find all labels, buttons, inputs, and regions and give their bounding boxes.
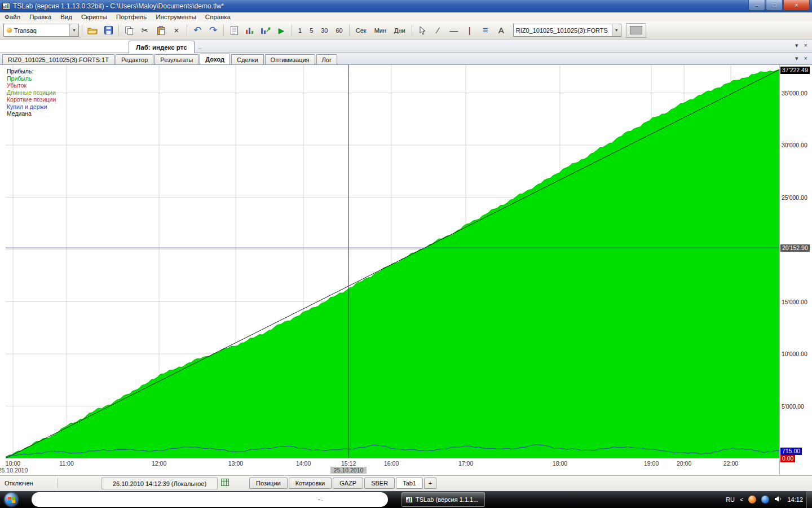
volume-icon[interactable] xyxy=(774,496,782,503)
pointer-tool-button[interactable] xyxy=(415,23,430,38)
undo-button[interactable]: ↶ xyxy=(190,23,205,38)
dropdown-icon[interactable]: ▼ xyxy=(612,24,621,36)
language-indicator[interactable]: RU xyxy=(726,496,735,503)
cut-button[interactable]: ✂ xyxy=(138,23,152,38)
equity-chart[interactable] xyxy=(6,65,779,458)
x-axis-label: 19:00 xyxy=(639,460,664,467)
vline-tool-button[interactable]: | xyxy=(462,23,477,38)
taskbar-clock[interactable]: 14:12 xyxy=(787,496,803,503)
unit-sec-button[interactable]: Сек xyxy=(352,24,370,37)
tab-data-series[interactable]: RIZ0_101025_101025(3):FORTS:1T xyxy=(2,54,114,64)
tab-trades[interactable]: Сделки xyxy=(231,54,264,64)
tab-sber[interactable]: SBER xyxy=(364,478,395,489)
minimize-button[interactable]: – xyxy=(748,0,765,11)
show-desktop-button[interactable] xyxy=(806,491,812,508)
tab-log[interactable]: Лог xyxy=(316,54,337,64)
add-tab-button[interactable]: + xyxy=(424,478,436,489)
color-swatch xyxy=(630,26,642,34)
menu-scripts[interactable]: Скрипты xyxy=(77,14,112,20)
symbol-combo[interactable]: RIZ0_101025_101025(3):FORTS ▼ xyxy=(513,24,621,37)
interval-30-button[interactable]: 30 xyxy=(317,24,331,37)
tray-app-orange-icon[interactable] xyxy=(748,496,756,503)
chart-area[interactable]: Прибыль: Прибыль Убыток Длинные позиции … xyxy=(0,65,812,475)
close-doc-icon[interactable]: × xyxy=(804,55,807,62)
menu-help[interactable]: Справка xyxy=(201,14,235,20)
legend-item-profit: Прибыль xyxy=(7,75,56,82)
tray-expand-icon[interactable]: < xyxy=(740,496,743,503)
censored-label: -.. xyxy=(318,496,324,502)
connection-status: Отключен xyxy=(5,480,33,487)
y-axis-label: 5'000.00 xyxy=(782,403,804,410)
run-script-button[interactable]: ▶ xyxy=(274,23,289,38)
play-icon: ▶ xyxy=(279,26,285,35)
workspace-tabs: Позиции Котировки GAZP SBER Tab1 + xyxy=(249,478,436,489)
x-axis-label: 13:00 xyxy=(223,460,248,467)
taskbar-tslab-button[interactable]: TSLab (версия 1.1.1... xyxy=(401,492,485,507)
separator xyxy=(118,24,119,37)
tray-app-blue-icon[interactable] xyxy=(761,496,769,503)
taskbar-button-label: TSLab (версия 1.1.1... xyxy=(416,496,478,503)
copy-icon xyxy=(125,26,134,35)
tab-list-chevron-icon[interactable]: ▾ xyxy=(795,42,798,49)
separator xyxy=(292,24,292,37)
paste-button[interactable] xyxy=(153,23,168,38)
desktop: TSLab (версия 1.1.13.0:32bit) - C:\Users… xyxy=(0,0,812,508)
tab-list-chevron-icon[interactable]: ▾ xyxy=(795,55,798,62)
legend-item-long: Длинные позиции xyxy=(7,89,56,97)
interval-1-button[interactable]: 1 xyxy=(295,24,305,37)
close-lab-icon[interactable]: × xyxy=(804,42,807,49)
y-axis-label: 10'000.00 xyxy=(782,351,807,357)
transaq-label: Transaq xyxy=(12,27,39,34)
lab-tab-row: Лаб: индекс ртс .. ▾ × xyxy=(0,40,812,53)
lab-tab-active[interactable]: Лаб: индекс ртс xyxy=(129,41,195,53)
tab-quotes[interactable]: Котировки xyxy=(289,478,332,489)
x-axis-label: 17:00 xyxy=(453,460,478,467)
chart-legend: Прибыль: Прибыль Убыток Длинные позиции … xyxy=(7,68,56,117)
save-button[interactable] xyxy=(101,23,116,38)
chart-run-button[interactable] xyxy=(258,23,273,38)
x-axis-label: 16:00 xyxy=(379,460,404,467)
menu-edit[interactable]: Правка xyxy=(25,14,56,20)
separator xyxy=(223,24,224,37)
start-button[interactable] xyxy=(5,493,18,506)
menu-file[interactable]: Файл xyxy=(0,14,25,20)
price-axis[interactable]: 35'000.0030'000.0025'000.0015'000.0010'0… xyxy=(779,65,812,475)
menu-instruments[interactable]: Инструменты xyxy=(151,14,201,20)
tab-income[interactable]: Доход xyxy=(200,54,230,64)
indicator-tool-button[interactable]: ≡ xyxy=(478,23,493,38)
interval-5-button[interactable]: 5 xyxy=(306,24,316,37)
interval-60-button[interactable]: 60 xyxy=(333,24,346,37)
color-swatch-button[interactable] xyxy=(626,23,646,38)
separator xyxy=(412,24,412,37)
text-tool-button[interactable]: A xyxy=(494,23,509,38)
separator xyxy=(82,24,82,37)
dropdown-icon[interactable]: ▼ xyxy=(69,24,78,36)
time-axis[interactable]: 10:0025.10.201011:0012:0013:0014:0015:12… xyxy=(0,458,779,475)
chart-button[interactable] xyxy=(242,23,257,38)
vline-icon: | xyxy=(469,25,471,35)
hline-tool-button[interactable]: — xyxy=(447,23,461,38)
menu-view[interactable]: Вид xyxy=(56,14,77,20)
tab-results[interactable]: Результаты xyxy=(155,54,198,64)
unit-min-button[interactable]: Мин xyxy=(371,24,390,37)
tab-tab1[interactable]: Tab1 xyxy=(396,478,423,489)
open-folder-button[interactable] xyxy=(85,23,100,38)
tab-optimization[interactable]: Оптимизация xyxy=(265,54,315,64)
tab-positions[interactable]: Позиции xyxy=(249,478,288,489)
redo-button[interactable]: ↷ xyxy=(206,23,220,38)
line-tool-button[interactable]: ∕ xyxy=(431,23,445,38)
maximize-button[interactable]: □ xyxy=(766,0,783,11)
unit-days-button[interactable]: Дни xyxy=(391,24,409,37)
menu-portfolio[interactable]: Портфель xyxy=(112,14,151,20)
transaq-combo[interactable]: Transaq ▼ xyxy=(3,24,79,37)
tab-editor[interactable]: Редактор xyxy=(116,54,153,64)
delete-button[interactable]: × xyxy=(169,23,184,38)
copy-button[interactable] xyxy=(122,23,136,38)
tab-gazp[interactable]: GAZP xyxy=(333,478,363,489)
y-axis-badge: 20'152.90 xyxy=(780,244,810,252)
y-axis-badge: 715.00 xyxy=(780,448,802,455)
close-button[interactable]: × xyxy=(783,0,810,11)
journal-icon[interactable] xyxy=(221,479,229,487)
x-axis-label: 11:00 xyxy=(54,460,79,467)
script-report-button[interactable] xyxy=(227,23,241,38)
